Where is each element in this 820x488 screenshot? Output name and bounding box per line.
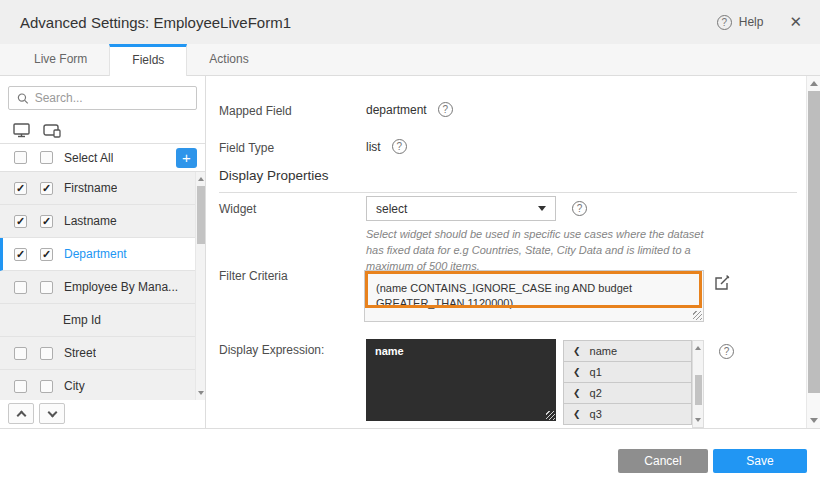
dialog-title: Advanced Settings: EmployeeLiveForm1 xyxy=(20,14,717,31)
help-link[interactable]: Help xyxy=(739,15,764,29)
insert-left-icon: ❮ xyxy=(573,346,581,356)
scrollbar-thumb[interactable] xyxy=(197,186,205,244)
fields-sidebar: Select All + ✓ ✓ Firstname ✓ ✓ Lastname … xyxy=(0,76,206,428)
insert-left-icon: ❮ xyxy=(573,409,581,419)
checkbox[interactable]: ✓ xyxy=(40,182,53,195)
expression-list-scrollbar[interactable] xyxy=(692,340,704,428)
field-row-firstname[interactable]: ✓ ✓ Firstname xyxy=(0,172,205,205)
checkbox[interactable]: ✓ xyxy=(14,215,27,228)
tab-live-form[interactable]: Live Form xyxy=(12,44,109,75)
field-properties-panel: Mapped Field department ? Field Type lis… xyxy=(206,76,806,428)
advanced-settings-dialog: Advanced Settings: EmployeeLiveForm1 ? H… xyxy=(0,0,820,488)
select-all-label: Select All xyxy=(64,151,113,165)
expression-field-label: q1 xyxy=(590,366,602,378)
help-icon[interactable]: ? xyxy=(717,15,732,30)
display-expression-value: name xyxy=(375,345,404,357)
field-type-label: Field Type xyxy=(219,141,274,155)
mapped-field-label: Mapped Field xyxy=(219,104,292,118)
field-label: Street xyxy=(64,346,96,360)
scrollbar-thumb[interactable] xyxy=(695,375,702,405)
display-expression-label: Display Expression: xyxy=(219,343,324,357)
cancel-button[interactable]: Cancel xyxy=(618,449,708,473)
move-down-button[interactable] xyxy=(39,403,65,424)
mobile-devices-icon[interactable] xyxy=(43,123,62,138)
filter-criteria-value: (name CONTAINS_IGNORE_CASE ing AND budge… xyxy=(376,282,632,309)
select-all-row: Select All + xyxy=(0,144,205,172)
scroll-down-icon[interactable] xyxy=(695,418,701,422)
field-label: Department xyxy=(64,247,127,261)
field-list: ✓ ✓ Firstname ✓ ✓ Lastname ✓ ✓ Departmen… xyxy=(0,172,205,400)
widget-select[interactable]: select xyxy=(366,196,556,221)
move-up-button[interactable] xyxy=(8,403,34,424)
mapped-field-value: department xyxy=(366,103,427,117)
expression-field-q3[interactable]: ❮ q3 xyxy=(563,403,692,425)
search-box xyxy=(8,86,197,110)
filter-criteria-textarea[interactable]: (name CONTAINS_IGNORE_CASE ing AND budge… xyxy=(364,270,704,322)
dialog-footer: Cancel Save xyxy=(0,428,820,488)
widget-help-icon[interactable]: ? xyxy=(572,201,587,216)
scroll-down-icon[interactable] xyxy=(198,391,204,395)
display-expression-editor[interactable]: name xyxy=(366,339,556,421)
widget-helper-text: Select widget should be used in specific… xyxy=(366,227,718,275)
main-scrollbar[interactable] xyxy=(806,76,820,428)
field-list-scrollbar[interactable] xyxy=(195,172,205,400)
add-field-button[interactable]: + xyxy=(176,148,197,168)
insert-left-icon: ❮ xyxy=(573,367,581,377)
expression-field-q1[interactable]: ❮ q1 xyxy=(563,361,692,383)
resize-grip-icon[interactable] xyxy=(693,311,702,320)
tab-bar: Live Form Fields Actions xyxy=(0,44,820,76)
desktop-icon[interactable] xyxy=(13,123,31,138)
expression-field-label: q3 xyxy=(590,408,602,420)
scrollbar-thumb[interactable] xyxy=(808,91,820,393)
expression-field-name[interactable]: ❮ name xyxy=(563,340,692,362)
dialog-body: Select All + ✓ ✓ Firstname ✓ ✓ Lastname … xyxy=(0,76,820,428)
scroll-down-icon[interactable] xyxy=(810,418,818,423)
widget-label: Widget xyxy=(219,202,256,216)
mapped-field-help-icon[interactable]: ? xyxy=(438,102,453,117)
select-all-mobile-checkbox[interactable] xyxy=(40,151,53,164)
field-label: Firstname xyxy=(64,181,117,195)
title-bar: Advanced Settings: EmployeeLiveForm1 ? H… xyxy=(0,0,820,44)
save-button[interactable]: Save xyxy=(713,449,807,473)
tab-actions[interactable]: Actions xyxy=(187,44,270,75)
search-icon xyxy=(17,92,29,105)
field-type-value-row: list ? xyxy=(366,139,407,154)
mapped-field-value-row: department ? xyxy=(366,102,453,117)
field-row-city[interactable]: City xyxy=(0,370,205,400)
checkbox[interactable] xyxy=(14,347,27,360)
dropdown-arrow-icon xyxy=(538,206,546,211)
expression-field-label: name xyxy=(590,345,618,357)
field-row-department[interactable]: ✓ ✓ Department xyxy=(0,238,205,271)
scroll-up-icon[interactable] xyxy=(810,81,818,86)
checkbox[interactable] xyxy=(40,281,53,294)
field-row-employee-by-manager[interactable]: Employee By Mana... xyxy=(0,271,205,304)
checkbox[interactable] xyxy=(14,281,27,294)
resize-grip-icon[interactable] xyxy=(546,411,555,420)
checkbox[interactable]: ✓ xyxy=(40,248,53,261)
checkbox[interactable] xyxy=(14,380,27,393)
field-row-lastname[interactable]: ✓ ✓ Lastname xyxy=(0,205,205,238)
field-type-value: list xyxy=(366,140,381,154)
expression-field-list: ❮ name ❮ q1 ❮ q2 ❮ q3 xyxy=(563,340,704,428)
edit-icon[interactable] xyxy=(714,274,731,291)
field-type-help-icon[interactable]: ? xyxy=(392,139,407,154)
scroll-up-icon[interactable] xyxy=(198,177,204,181)
field-row-emp-id[interactable]: Emp Id xyxy=(0,304,205,337)
checkbox[interactable]: ✓ xyxy=(40,215,53,228)
checkbox[interactable]: ✓ xyxy=(14,248,27,261)
chevron-down-icon xyxy=(47,408,57,418)
chevron-up-icon xyxy=(16,410,26,420)
checkbox[interactable] xyxy=(40,380,53,393)
close-icon[interactable]: ✕ xyxy=(789,13,802,31)
expression-field-q2[interactable]: ❮ q2 xyxy=(563,382,692,404)
search-input[interactable] xyxy=(35,91,188,105)
field-label: City xyxy=(64,379,85,393)
scroll-up-icon[interactable] xyxy=(695,346,701,350)
insert-left-icon: ❮ xyxy=(573,388,581,398)
tab-fields[interactable]: Fields xyxy=(109,44,187,76)
select-all-desktop-checkbox[interactable] xyxy=(14,151,27,164)
field-row-street[interactable]: Street xyxy=(0,337,205,370)
checkbox[interactable]: ✓ xyxy=(14,182,27,195)
display-expression-help-icon[interactable]: ? xyxy=(719,344,734,359)
checkbox[interactable] xyxy=(40,347,53,360)
